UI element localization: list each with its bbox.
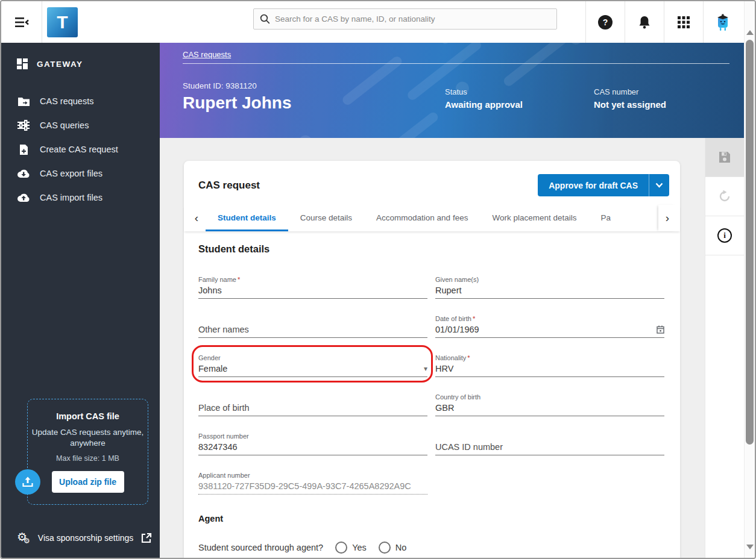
apps-grid-icon — [677, 16, 690, 29]
app-window: T ? — [0, 0, 756, 559]
status-block: Status Awaiting approval — [445, 87, 523, 110]
import-card-note: Max file size: 1 MB — [28, 454, 148, 463]
tab-truncated[interactable]: Pa — [588, 205, 611, 231]
family-name-value: Johns — [198, 286, 222, 295]
approve-dropdown-button[interactable] — [649, 174, 669, 196]
sidebar-item-cas-queries[interactable]: CAS queries — [1, 113, 160, 137]
external-link-icon — [141, 532, 152, 543]
page-title-student-name: Rupert Johns — [183, 93, 291, 113]
given-names-field[interactable]: Given name(s) Rupert — [435, 260, 664, 299]
date-of-birth-value: 01/01/1969 — [435, 325, 479, 334]
approve-button-label: Approve for draft CAS — [549, 181, 638, 190]
apps-grid-button[interactable] — [664, 1, 703, 43]
ucas-id-number-field[interactable]: UCAS ID number — [435, 416, 664, 455]
search-bar[interactable] — [253, 8, 557, 30]
family-name-label: Family name* — [198, 276, 427, 283]
sidebar-item-label: CAS import files — [40, 193, 102, 202]
save-floppy-icon — [718, 151, 731, 164]
sliders-icon — [17, 120, 30, 131]
cas-request-card: CAS request Approve for draft CAS ‹ Stud… — [184, 161, 680, 558]
radio-no-label: No — [395, 543, 407, 552]
agent-question: Student sourced through agent? — [198, 543, 323, 552]
scrollbar-down-arrow[interactable] — [746, 545, 754, 549]
scrollbar-up-arrow[interactable] — [746, 30, 754, 35]
agent-question-row: Student sourced through agent? Yes No — [198, 542, 666, 554]
upload-tray-icon — [22, 476, 34, 488]
radio-no-circle[interactable] — [379, 542, 391, 554]
info-button[interactable]: i — [705, 216, 744, 255]
radio-yes-circle[interactable] — [335, 542, 347, 554]
search-icon — [260, 14, 270, 24]
agent-title: Agent — [198, 514, 666, 523]
agent-section: Agent Student sourced through agent? Yes… — [198, 514, 666, 554]
scrollbar — [744, 1, 755, 558]
sidebar-item-create-cas-request[interactable]: Create CAS request — [1, 137, 160, 161]
country-of-birth-field[interactable]: Country of birth GBR — [435, 377, 664, 416]
hero-banner: CAS requests Student ID: 9381120 Rupert … — [160, 43, 744, 138]
passport-number-field[interactable]: Passport number 83247346 — [198, 416, 427, 455]
sidebar-item-cas-import-files[interactable]: CAS import files — [1, 186, 160, 210]
sidebar-item-cas-export-files[interactable]: CAS export files — [1, 161, 160, 186]
applicant-number-label: Applicant number — [198, 472, 427, 479]
gender-value: Female — [198, 364, 227, 373]
radio-yes-label: Yes — [352, 543, 367, 552]
other-names-field[interactable]: Other names — [198, 299, 427, 338]
breadcrumb-cas-requests[interactable]: CAS requests — [183, 50, 231, 59]
import-card-subtitle: Update CAS requests anytime, anywhere — [28, 427, 148, 449]
place-of-birth-field[interactable]: Place of birth — [198, 377, 427, 416]
info-glyph: i — [723, 231, 726, 240]
calendar-icon[interactable] — [657, 325, 664, 334]
tab-student-details[interactable]: Student details — [206, 205, 288, 231]
cloud-upload-icon — [17, 193, 30, 202]
tab-course-details[interactable]: Course details — [288, 205, 364, 231]
applicant-number-field: Applicant number 9381120-727F35D9-29C5-4… — [198, 455, 427, 495]
hero-divider — [183, 63, 729, 64]
applicant-number-value: 9381120-727F35D9-29C5-499A-93C7-4265A829… — [198, 481, 411, 491]
cas-number-value: Not yet assigned — [594, 99, 666, 110]
country-of-birth-label: Country of birth — [435, 393, 664, 401]
sidebar-item-label: CAS requests — [40, 96, 93, 106]
ucas-id-number-placeholder: UCAS ID number — [435, 442, 503, 452]
given-names-label: Given name(s) — [435, 276, 664, 283]
search-input[interactable] — [275, 14, 550, 23]
sidebar: GATEWAY CAS requests — [1, 43, 160, 558]
app-logo[interactable]: T — [47, 7, 78, 37]
sidebar-item-cas-requests[interactable]: CAS requests — [1, 89, 160, 113]
radio-no[interactable]: No — [379, 542, 407, 554]
required-mark: * — [467, 354, 470, 361]
gender-field[interactable]: Gender Female ▾ — [198, 338, 427, 377]
radio-yes[interactable]: Yes — [335, 542, 367, 554]
collapse-menu-button[interactable] — [1, 1, 42, 43]
gender-dropdown-caret-icon[interactable]: ▾ — [424, 364, 427, 373]
gear-small-glyph: ⚙ — [24, 537, 30, 545]
tabs-scroll-left-button[interactable]: ‹ — [187, 211, 206, 225]
folder-arrow-icon — [17, 96, 30, 107]
nationality-field[interactable]: Nationality* HRV — [435, 338, 664, 377]
status-value: Awaiting approval — [445, 99, 523, 110]
help-button[interactable]: ? — [585, 1, 625, 43]
side-toolbar: i — [705, 138, 744, 558]
tab-work-placement-details[interactable]: Work placement details — [480, 205, 588, 231]
student-id: Student ID: 9381120 — [183, 81, 257, 90]
save-button[interactable] — [705, 138, 744, 177]
avatar-mascot-icon — [714, 12, 732, 33]
family-name-field[interactable]: Family name* Johns — [198, 260, 427, 299]
card-title: CAS request — [198, 180, 260, 192]
required-mark: * — [473, 315, 475, 322]
upload-zip-file-button[interactable]: Upload zip file — [52, 471, 124, 493]
brand-label: GATEWAY — [37, 60, 83, 69]
notifications-button[interactable] — [625, 1, 664, 43]
help-glyph: ? — [603, 17, 608, 27]
tab-accommodation-and-fees[interactable]: Accommodation and fees — [364, 205, 480, 231]
visa-sponsorship-settings-link[interactable]: ⚙ ⚙ Visa sponsorship settings — [17, 531, 152, 545]
gender-label: Gender — [198, 354, 427, 361]
cas-number-label: CAS number — [594, 87, 666, 96]
scrollbar-thumb[interactable] — [746, 40, 754, 445]
approve-for-draft-cas-button[interactable]: Approve for draft CAS — [538, 174, 649, 196]
date-of-birth-field[interactable]: Date of birth* 01/01/1969 — [435, 299, 664, 338]
profile-avatar-button[interactable] — [703, 1, 742, 43]
tabs-scroll-right-button[interactable]: › — [658, 205, 676, 231]
upload-circle-button[interactable] — [15, 469, 40, 495]
undo-button[interactable] — [705, 177, 744, 216]
country-of-birth-value: GBR — [435, 403, 454, 413]
